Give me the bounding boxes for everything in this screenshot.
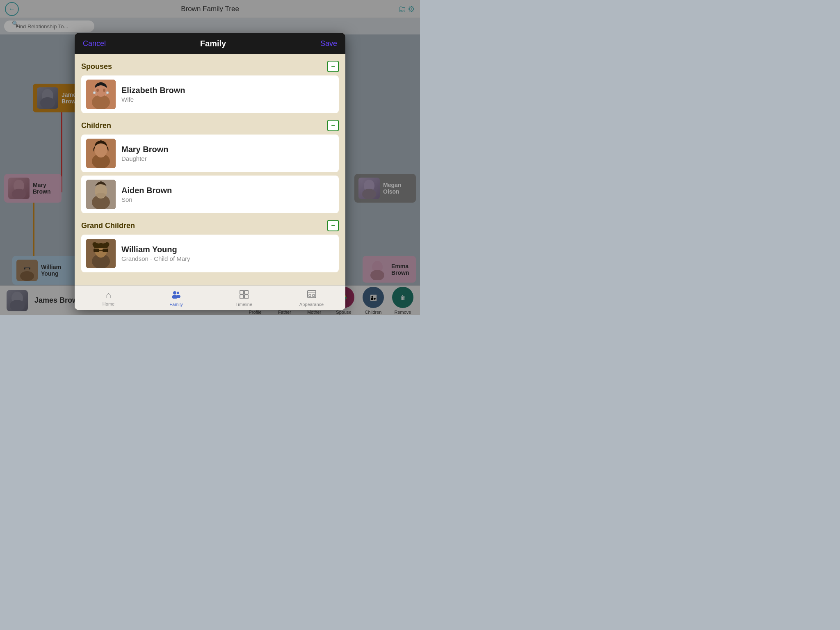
svg-rect-47 <box>103 249 108 252</box>
family-modal: Cancel Family Save Spouses − <box>75 33 345 310</box>
tab-appearance[interactable]: Appearance <box>278 286 345 310</box>
avatar-william-modal <box>86 239 116 268</box>
person-info-aiden: Aiden Brown Son <box>121 186 172 203</box>
person-relation-elizabeth: Wife <box>121 96 185 103</box>
svg-point-52 <box>176 295 180 298</box>
svg-point-30 <box>92 95 110 109</box>
children-section-header: Children − <box>81 120 339 131</box>
person-name-elizabeth: Elizabeth Brown <box>121 86 185 95</box>
svg-rect-46 <box>94 249 99 252</box>
children-minus-button[interactable]: − <box>327 120 339 131</box>
avatar-aiden <box>86 180 116 209</box>
person-info-elizabeth: Elizabeth Brown Wife <box>121 86 185 103</box>
person-name-aiden: Aiden Brown <box>121 186 172 195</box>
svg-point-34 <box>93 91 96 94</box>
spouses-minus-button[interactable]: − <box>327 61 339 72</box>
home-tab-label: Home <box>103 301 114 306</box>
person-card-william[interactable]: William Young Grandson - Child of Mary <box>81 235 339 272</box>
modal-content: Spouses − <box>75 54 345 285</box>
person-card-elizabeth[interactable]: Elizabeth Brown Wife <box>81 75 339 113</box>
grandchildren-minus-button[interactable]: − <box>327 220 339 231</box>
person-card-mary[interactable]: Mary Brown Daughter <box>81 135 339 172</box>
modal-header: Cancel Family Save <box>75 33 345 54</box>
tab-home[interactable]: ⌂ Home <box>75 286 142 310</box>
tab-family[interactable]: Family <box>142 286 210 310</box>
modal-tabs: ⌂ Home Family <box>75 285 345 310</box>
spouses-section-title: Spouses <box>81 62 112 71</box>
modal-save-button[interactable]: Save <box>320 39 337 48</box>
person-info-william: William Young Grandson - Child of Mary <box>121 245 190 262</box>
person-name-mary: Mary Brown <box>121 145 168 154</box>
home-tab-icon: ⌂ <box>106 290 111 301</box>
appearance-tab-icon <box>307 290 317 301</box>
person-relation-aiden: Son <box>121 196 172 203</box>
person-name-william: William Young <box>121 245 190 254</box>
svg-point-38 <box>95 143 107 158</box>
modal-title: Family <box>200 39 226 48</box>
person-relation-william: Grandson - Child of Mary <box>121 255 190 262</box>
tab-timeline[interactable]: Timeline <box>210 286 278 310</box>
appearance-tab-label: Appearance <box>299 302 324 307</box>
modal-overlay: Cancel Family Save Spouses − <box>0 0 420 315</box>
svg-rect-56 <box>244 295 248 299</box>
svg-point-42 <box>96 193 106 198</box>
svg-rect-59 <box>309 294 311 297</box>
avatar-elizabeth <box>86 80 116 109</box>
grandchildren-section-header: Grand Children − <box>81 220 339 231</box>
svg-rect-54 <box>244 290 248 294</box>
children-section: Children − <box>81 120 339 213</box>
person-relation-mary: Daughter <box>121 155 168 162</box>
spouses-section-header: Spouses − <box>81 61 339 72</box>
svg-point-32 <box>96 89 99 92</box>
person-card-aiden[interactable]: Aiden Brown Son <box>81 176 339 213</box>
person-info-mary: Mary Brown Daughter <box>121 145 168 162</box>
svg-point-35 <box>106 91 109 94</box>
svg-point-33 <box>103 89 105 92</box>
grandchildren-section-title: Grand Children <box>81 221 135 230</box>
svg-point-50 <box>177 292 179 294</box>
spouses-section: Spouses − <box>81 61 339 113</box>
svg-rect-55 <box>240 295 244 299</box>
grandchildren-section: Grand Children − <box>81 220 339 272</box>
timeline-tab-icon <box>239 290 249 301</box>
modal-cancel-button[interactable]: Cancel <box>83 39 106 48</box>
svg-rect-60 <box>313 294 315 297</box>
svg-rect-53 <box>240 290 244 294</box>
family-tab-label: Family <box>169 302 183 307</box>
timeline-tab-label: Timeline <box>235 302 252 307</box>
svg-point-49 <box>173 291 176 294</box>
family-tab-icon <box>171 290 181 301</box>
avatar-mary-modal <box>86 139 116 168</box>
children-section-title: Children <box>81 121 111 130</box>
